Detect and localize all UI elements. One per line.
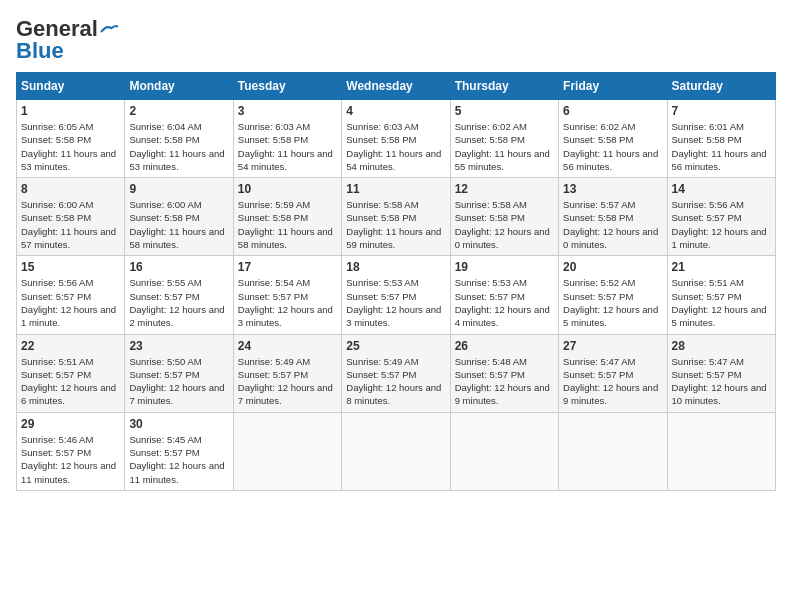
calendar-cell: 28 Sunrise: 5:47 AMSunset: 5:57 PMDaylig…	[667, 334, 775, 412]
calendar-cell	[559, 412, 667, 490]
day-info: Sunrise: 5:47 AMSunset: 5:57 PMDaylight:…	[672, 356, 767, 407]
day-number: 22	[21, 339, 120, 353]
weekday-header-thursday: Thursday	[450, 73, 558, 100]
calendar-cell: 26 Sunrise: 5:48 AMSunset: 5:57 PMDaylig…	[450, 334, 558, 412]
calendar-cell: 8 Sunrise: 6:00 AMSunset: 5:58 PMDayligh…	[17, 178, 125, 256]
day-number: 26	[455, 339, 554, 353]
logo-bird-icon	[100, 23, 118, 35]
day-info: Sunrise: 5:53 AMSunset: 5:57 PMDaylight:…	[455, 277, 550, 328]
calendar-table: SundayMondayTuesdayWednesdayThursdayFrid…	[16, 72, 776, 491]
day-number: 17	[238, 260, 337, 274]
weekday-header-wednesday: Wednesday	[342, 73, 450, 100]
day-number: 6	[563, 104, 662, 118]
calendar-cell: 19 Sunrise: 5:53 AMSunset: 5:57 PMDaylig…	[450, 256, 558, 334]
weekday-header-sunday: Sunday	[17, 73, 125, 100]
day-info: Sunrise: 5:58 AMSunset: 5:58 PMDaylight:…	[346, 199, 441, 250]
day-info: Sunrise: 5:50 AMSunset: 5:57 PMDaylight:…	[129, 356, 224, 407]
day-number: 5	[455, 104, 554, 118]
day-info: Sunrise: 5:49 AMSunset: 5:57 PMDaylight:…	[238, 356, 333, 407]
day-info: Sunrise: 5:45 AMSunset: 5:57 PMDaylight:…	[129, 434, 224, 485]
day-info: Sunrise: 6:03 AMSunset: 5:58 PMDaylight:…	[346, 121, 441, 172]
calendar-week-2: 8 Sunrise: 6:00 AMSunset: 5:58 PMDayligh…	[17, 178, 776, 256]
day-number: 25	[346, 339, 445, 353]
day-info: Sunrise: 5:49 AMSunset: 5:57 PMDaylight:…	[346, 356, 441, 407]
calendar-week-5: 29 Sunrise: 5:46 AMSunset: 5:57 PMDaylig…	[17, 412, 776, 490]
calendar-cell: 6 Sunrise: 6:02 AMSunset: 5:58 PMDayligh…	[559, 100, 667, 178]
day-info: Sunrise: 5:51 AMSunset: 5:57 PMDaylight:…	[21, 356, 116, 407]
calendar-cell: 1 Sunrise: 6:05 AMSunset: 5:58 PMDayligh…	[17, 100, 125, 178]
day-number: 15	[21, 260, 120, 274]
logo-blue: Blue	[16, 38, 64, 64]
calendar-cell: 23 Sunrise: 5:50 AMSunset: 5:57 PMDaylig…	[125, 334, 233, 412]
day-number: 8	[21, 182, 120, 196]
day-number: 13	[563, 182, 662, 196]
day-info: Sunrise: 5:52 AMSunset: 5:57 PMDaylight:…	[563, 277, 658, 328]
day-number: 30	[129, 417, 228, 431]
calendar-cell	[342, 412, 450, 490]
calendar-header-row: SundayMondayTuesdayWednesdayThursdayFrid…	[17, 73, 776, 100]
day-number: 27	[563, 339, 662, 353]
day-info: Sunrise: 5:46 AMSunset: 5:57 PMDaylight:…	[21, 434, 116, 485]
day-number: 20	[563, 260, 662, 274]
day-number: 1	[21, 104, 120, 118]
day-info: Sunrise: 5:59 AMSunset: 5:58 PMDaylight:…	[238, 199, 333, 250]
day-info: Sunrise: 6:02 AMSunset: 5:58 PMDaylight:…	[563, 121, 658, 172]
calendar-cell: 7 Sunrise: 6:01 AMSunset: 5:58 PMDayligh…	[667, 100, 775, 178]
day-info: Sunrise: 5:53 AMSunset: 5:57 PMDaylight:…	[346, 277, 441, 328]
weekday-header-monday: Monday	[125, 73, 233, 100]
day-info: Sunrise: 5:56 AMSunset: 5:57 PMDaylight:…	[21, 277, 116, 328]
weekday-header-friday: Friday	[559, 73, 667, 100]
day-number: 14	[672, 182, 771, 196]
day-number: 7	[672, 104, 771, 118]
calendar-cell: 5 Sunrise: 6:02 AMSunset: 5:58 PMDayligh…	[450, 100, 558, 178]
day-number: 28	[672, 339, 771, 353]
calendar-cell: 22 Sunrise: 5:51 AMSunset: 5:57 PMDaylig…	[17, 334, 125, 412]
day-info: Sunrise: 6:05 AMSunset: 5:58 PMDaylight:…	[21, 121, 116, 172]
day-number: 21	[672, 260, 771, 274]
day-info: Sunrise: 5:48 AMSunset: 5:57 PMDaylight:…	[455, 356, 550, 407]
calendar-cell: 21 Sunrise: 5:51 AMSunset: 5:57 PMDaylig…	[667, 256, 775, 334]
weekday-header-saturday: Saturday	[667, 73, 775, 100]
calendar-cell: 15 Sunrise: 5:56 AMSunset: 5:57 PMDaylig…	[17, 256, 125, 334]
calendar-cell: 11 Sunrise: 5:58 AMSunset: 5:58 PMDaylig…	[342, 178, 450, 256]
calendar-week-4: 22 Sunrise: 5:51 AMSunset: 5:57 PMDaylig…	[17, 334, 776, 412]
calendar-cell: 13 Sunrise: 5:57 AMSunset: 5:58 PMDaylig…	[559, 178, 667, 256]
day-number: 23	[129, 339, 228, 353]
day-number: 19	[455, 260, 554, 274]
calendar-cell: 18 Sunrise: 5:53 AMSunset: 5:57 PMDaylig…	[342, 256, 450, 334]
day-info: Sunrise: 5:51 AMSunset: 5:57 PMDaylight:…	[672, 277, 767, 328]
calendar-cell: 17 Sunrise: 5:54 AMSunset: 5:57 PMDaylig…	[233, 256, 341, 334]
calendar-cell: 20 Sunrise: 5:52 AMSunset: 5:57 PMDaylig…	[559, 256, 667, 334]
day-info: Sunrise: 5:54 AMSunset: 5:57 PMDaylight:…	[238, 277, 333, 328]
calendar-cell: 14 Sunrise: 5:56 AMSunset: 5:57 PMDaylig…	[667, 178, 775, 256]
day-number: 16	[129, 260, 228, 274]
page-header: General Blue	[16, 16, 776, 64]
day-info: Sunrise: 5:57 AMSunset: 5:58 PMDaylight:…	[563, 199, 658, 250]
day-info: Sunrise: 6:00 AMSunset: 5:58 PMDaylight:…	[129, 199, 224, 250]
day-info: Sunrise: 6:03 AMSunset: 5:58 PMDaylight:…	[238, 121, 333, 172]
weekday-header-tuesday: Tuesday	[233, 73, 341, 100]
day-number: 12	[455, 182, 554, 196]
day-number: 29	[21, 417, 120, 431]
calendar-cell: 16 Sunrise: 5:55 AMSunset: 5:57 PMDaylig…	[125, 256, 233, 334]
day-number: 3	[238, 104, 337, 118]
day-info: Sunrise: 5:56 AMSunset: 5:57 PMDaylight:…	[672, 199, 767, 250]
calendar-cell: 3 Sunrise: 6:03 AMSunset: 5:58 PMDayligh…	[233, 100, 341, 178]
calendar-week-3: 15 Sunrise: 5:56 AMSunset: 5:57 PMDaylig…	[17, 256, 776, 334]
calendar-cell	[233, 412, 341, 490]
calendar-cell: 30 Sunrise: 5:45 AMSunset: 5:57 PMDaylig…	[125, 412, 233, 490]
calendar-cell: 24 Sunrise: 5:49 AMSunset: 5:57 PMDaylig…	[233, 334, 341, 412]
logo: General Blue	[16, 16, 118, 64]
day-number: 2	[129, 104, 228, 118]
day-info: Sunrise: 6:01 AMSunset: 5:58 PMDaylight:…	[672, 121, 767, 172]
day-info: Sunrise: 5:47 AMSunset: 5:57 PMDaylight:…	[563, 356, 658, 407]
day-info: Sunrise: 6:02 AMSunset: 5:58 PMDaylight:…	[455, 121, 550, 172]
calendar-cell: 4 Sunrise: 6:03 AMSunset: 5:58 PMDayligh…	[342, 100, 450, 178]
calendar-cell: 25 Sunrise: 5:49 AMSunset: 5:57 PMDaylig…	[342, 334, 450, 412]
day-number: 9	[129, 182, 228, 196]
calendar-cell: 29 Sunrise: 5:46 AMSunset: 5:57 PMDaylig…	[17, 412, 125, 490]
day-number: 4	[346, 104, 445, 118]
calendar-cell: 9 Sunrise: 6:00 AMSunset: 5:58 PMDayligh…	[125, 178, 233, 256]
calendar-cell: 2 Sunrise: 6:04 AMSunset: 5:58 PMDayligh…	[125, 100, 233, 178]
calendar-cell: 10 Sunrise: 5:59 AMSunset: 5:58 PMDaylig…	[233, 178, 341, 256]
